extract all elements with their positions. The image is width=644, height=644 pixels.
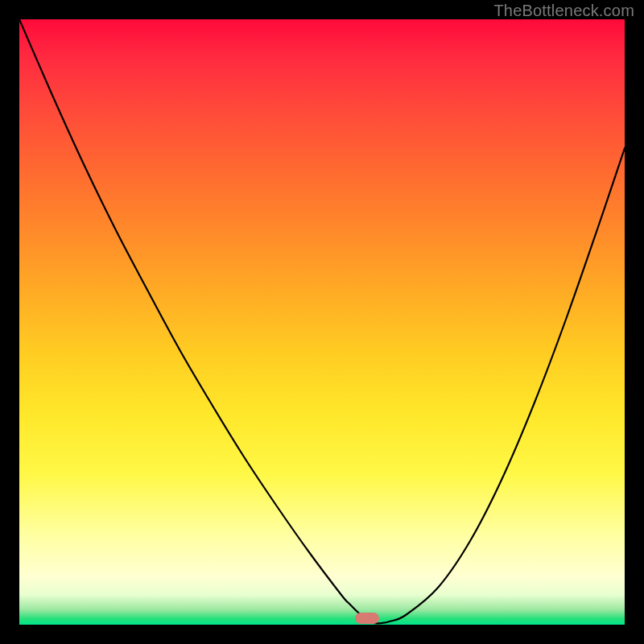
plot-area <box>19 19 625 625</box>
chart-frame: TheBottleneck.com <box>0 0 644 644</box>
optimal-point-marker <box>355 613 379 624</box>
bottleneck-curve <box>19 19 625 625</box>
watermark-text: TheBottleneck.com <box>493 2 634 20</box>
